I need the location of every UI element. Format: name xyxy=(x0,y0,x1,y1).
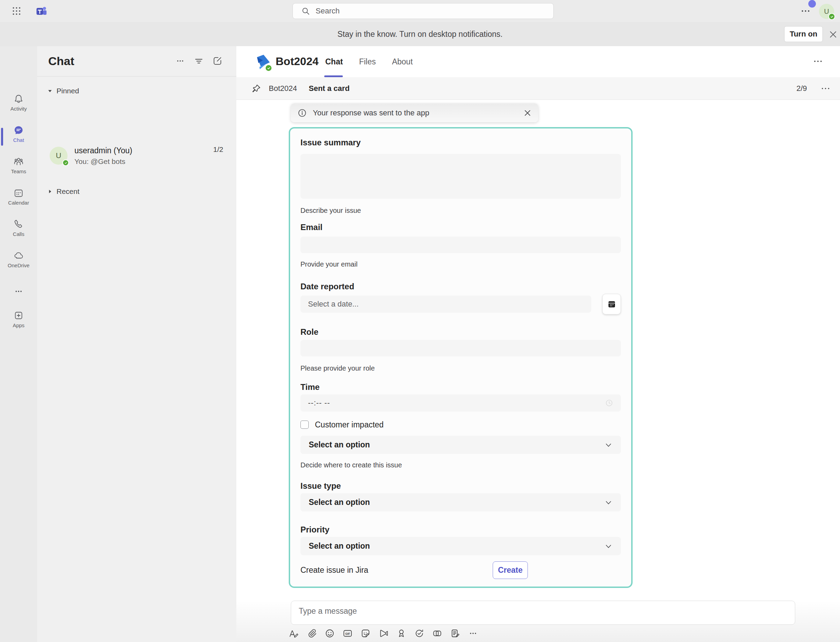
top-bar: Search U xyxy=(0,0,840,22)
create-button[interactable]: Create xyxy=(493,561,528,579)
chat-list-item-useradmin[interactable]: U useradmin (You) You: @Get bots 1/2 xyxy=(42,141,232,170)
tab-about[interactable]: About xyxy=(392,57,413,66)
notification-dot xyxy=(808,0,816,8)
destination-help: Decide where to create this issue xyxy=(301,461,621,469)
email-help: Provide your email xyxy=(301,260,621,268)
date-reported-label: Date reported xyxy=(301,282,621,291)
pinned-author: Bot2024 xyxy=(269,84,297,93)
pin-icon xyxy=(252,84,261,93)
recent-section-header[interactable]: Recent xyxy=(47,187,80,196)
avatar: U xyxy=(50,147,68,165)
customer-impacted-row: Customer impacted xyxy=(301,420,621,430)
rail-item-onedrive[interactable]: OneDrive xyxy=(0,250,37,268)
filter-icon[interactable] xyxy=(193,56,204,66)
phone-icon xyxy=(13,219,24,229)
destination-select[interactable]: Select an option xyxy=(301,436,621,454)
chat-list-title: Chat xyxy=(48,54,75,68)
chevron-down-icon xyxy=(604,441,613,449)
priority-label: Priority xyxy=(301,525,621,534)
issue-summary-textarea[interactable] xyxy=(301,154,621,199)
rail-item-apps[interactable]: Apps xyxy=(0,310,37,328)
pinned-more-icon[interactable] xyxy=(819,85,832,92)
issue-type-label: Issue type xyxy=(301,481,621,490)
presence-available-icon xyxy=(828,13,835,20)
message-input[interactable]: Type a message xyxy=(291,601,795,625)
rail-item-chat[interactable]: Chat xyxy=(0,125,37,143)
app-rail: Activity Chat Teams Calendar xyxy=(0,46,37,642)
clock-icon xyxy=(605,399,613,407)
time-label: Time xyxy=(301,383,621,392)
loop-icon[interactable] xyxy=(432,628,442,639)
app-launcher-icon[interactable] xyxy=(12,6,21,16)
bot-presence-icon xyxy=(265,65,272,71)
presence-available-icon xyxy=(62,159,69,166)
pinned-message-bar[interactable]: Bot2024 Sent a card 2/9 xyxy=(236,77,840,100)
svg-text:GIF: GIF xyxy=(345,632,350,636)
bot-avatar[interactable] xyxy=(253,53,271,70)
chat-bubble-icon xyxy=(13,125,24,135)
chat-item-preview: You: @Get bots xyxy=(75,157,132,166)
topbar-more-icon[interactable] xyxy=(799,8,812,15)
pinned-summary: Sent a card xyxy=(309,84,350,93)
conversation-more-icon[interactable] xyxy=(812,57,825,65)
issue-summary-help: Describe your issue xyxy=(301,206,621,215)
emoji-icon[interactable] xyxy=(325,628,335,639)
rail-item-calls[interactable]: Calls xyxy=(0,219,37,237)
chat-list-header: Chat xyxy=(37,46,236,76)
issue-summary-label: Issue summary xyxy=(301,138,621,147)
sticker-icon[interactable] xyxy=(361,628,371,639)
conversation-title: Bot2024 xyxy=(276,55,319,68)
gif-icon[interactable]: GIF xyxy=(343,628,353,639)
apps-plus-icon xyxy=(13,310,24,321)
tab-chat[interactable]: Chat xyxy=(325,57,343,66)
rail-item-teams[interactable]: Teams xyxy=(0,156,37,174)
rail-item-calendar[interactable]: Calendar xyxy=(0,188,37,206)
turn-on-button[interactable]: Turn on xyxy=(784,26,823,42)
rail-item-activity[interactable]: Activity xyxy=(0,94,37,112)
calendar-glyph-icon xyxy=(607,300,616,309)
cloud-icon xyxy=(13,250,24,261)
banner-close-icon[interactable] xyxy=(829,30,838,39)
teams-logo-icon xyxy=(35,5,48,18)
tasks-icon[interactable] xyxy=(450,628,460,639)
user-avatar[interactable]: U xyxy=(819,4,834,19)
time-input[interactable]: --:-- -- xyxy=(301,394,621,412)
pinned-counter: 2/9 xyxy=(796,84,807,93)
new-chat-icon[interactable] xyxy=(212,56,223,66)
tab-files[interactable]: Files xyxy=(359,57,376,66)
conversation-header: Bot2024 Chat Files About xyxy=(236,46,840,77)
date-picker-button[interactable] xyxy=(602,294,621,315)
video-clip-icon[interactable] xyxy=(378,628,388,639)
conversation-panel: Bot2024 Chat Files About Bot2024 Sent a … xyxy=(236,46,840,642)
attach-icon[interactable] xyxy=(307,628,317,639)
issue-type-select[interactable]: Select an option xyxy=(301,493,621,511)
pinned-section-header[interactable]: Pinned xyxy=(47,87,79,95)
email-input[interactable] xyxy=(301,237,621,253)
approvals-icon[interactable] xyxy=(414,628,424,639)
role-help: Please provide your role xyxy=(301,364,621,372)
customer-impacted-checkbox[interactable] xyxy=(301,420,309,429)
info-icon xyxy=(298,109,307,117)
active-tab-underline xyxy=(324,75,343,77)
chevron-right-icon xyxy=(47,189,52,194)
format-icon[interactable] xyxy=(289,628,299,639)
toast-message: Your response was sent to the app xyxy=(313,109,429,117)
role-input[interactable] xyxy=(301,340,621,357)
role-label: Role xyxy=(301,327,621,337)
date-input[interactable]: Select a date... xyxy=(301,295,591,313)
response-toast: Your response was sent to the app xyxy=(291,103,538,122)
banner-message: Stay in the know. Turn on desktop notifi… xyxy=(337,30,502,39)
chat-item-name: useradmin (You) xyxy=(75,146,132,155)
activity-bell-icon xyxy=(13,94,24,104)
toast-close-icon[interactable] xyxy=(524,109,531,117)
priority-select[interactable]: Select an option xyxy=(301,537,621,555)
rail-more-icon[interactable] xyxy=(0,286,37,297)
composer-more-icon[interactable] xyxy=(468,628,478,639)
chevron-down-icon xyxy=(604,498,613,507)
chat-list-more-icon[interactable] xyxy=(175,56,185,66)
search-placeholder: Search xyxy=(315,6,340,16)
create-issue-text: Create issue in Jira xyxy=(301,566,368,575)
search-input[interactable]: Search xyxy=(292,3,554,19)
praise-icon[interactable] xyxy=(396,628,406,639)
chevron-down-icon xyxy=(604,542,613,550)
